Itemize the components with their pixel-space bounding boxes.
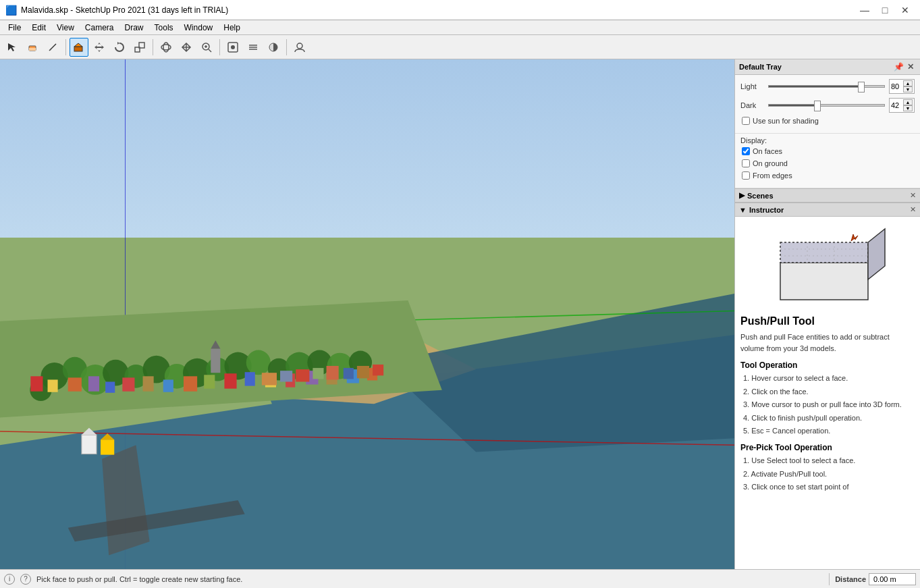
use-sun-label[interactable]: Use sun for shading xyxy=(753,117,819,125)
shadows-tool-button[interactable] xyxy=(264,38,283,57)
svg-rect-72 xyxy=(313,368,323,379)
from-edges-checkbox[interactable] xyxy=(742,171,750,180)
styles-tool-button[interactable] xyxy=(223,38,242,57)
scene-svg xyxy=(0,59,734,569)
select-tool-button[interactable] xyxy=(3,38,22,57)
scenes-header-left: ▶ Scenes xyxy=(739,191,774,200)
svg-rect-53 xyxy=(105,381,115,392)
help-icon[interactable]: ? xyxy=(20,574,31,585)
dark-spin-up[interactable]: ▲ xyxy=(903,99,913,105)
light-slider-fill xyxy=(769,86,861,87)
instructor-section-header[interactable]: ▼ Instructor ✕ xyxy=(735,203,920,217)
instructor-close-icon[interactable]: ✕ xyxy=(910,205,916,214)
close-button[interactable]: ✕ xyxy=(896,3,915,18)
on-faces-label[interactable]: On faces xyxy=(753,147,782,155)
light-spin-down[interactable]: ▼ xyxy=(903,86,913,92)
from-edges-row: From edges xyxy=(740,171,915,180)
on-ground-row: On ground xyxy=(740,159,915,167)
account-button[interactable] xyxy=(290,38,309,57)
svg-rect-57 xyxy=(184,376,197,391)
toolbar xyxy=(0,35,920,59)
pre-pick-step-1: 1. Use Select tool to select a face. xyxy=(743,455,915,467)
menu-draw[interactable]: Draw xyxy=(119,22,149,34)
svg-rect-54 xyxy=(122,377,134,391)
push-pull-tool-button[interactable] xyxy=(70,38,88,57)
main-area: Default Tray 📌 ✕ Light 80 xyxy=(0,59,920,569)
move-tool-button[interactable] xyxy=(90,38,109,57)
svg-point-43 xyxy=(246,350,271,375)
light-spin: ▲ ▼ xyxy=(903,80,913,92)
tool-step-1: 1. Hover cursor to select a face. xyxy=(743,373,915,385)
light-slider-track[interactable] xyxy=(768,85,885,88)
statusbar: i ? Pick face to push or pull. Ctrl = to… xyxy=(0,569,920,588)
on-ground-checkbox[interactable] xyxy=(742,159,750,167)
tool-step-3: 3. Move cursor to push or pull face into… xyxy=(743,399,915,411)
light-slider-thumb[interactable] xyxy=(858,82,865,92)
dark-value: 42 xyxy=(891,101,899,109)
menu-view[interactable]: View xyxy=(51,22,80,34)
zoom-tool-button[interactable] xyxy=(197,38,216,57)
tray-close-button[interactable]: ✕ xyxy=(905,61,916,72)
dark-slider-fill xyxy=(769,105,817,106)
pan-tool-button[interactable] xyxy=(177,38,196,57)
tool-operation-list: 1. Hover cursor to select a face. 2. Cli… xyxy=(740,373,915,437)
push-pull-illustration xyxy=(760,222,895,310)
menu-window[interactable]: Window xyxy=(179,22,219,34)
instructor-title: Instructor xyxy=(749,206,784,214)
titlebar: 🟦 Malavida.skp - SketchUp Pro 2021 (31 d… xyxy=(0,0,920,20)
pencil-tool-button[interactable] xyxy=(43,38,62,57)
use-sun-checkbox[interactable] xyxy=(742,117,750,125)
tray-pin-button[interactable]: 📌 xyxy=(893,61,904,72)
dark-slider-thumb[interactable] xyxy=(814,101,821,111)
display-section: Display: On faces On ground From edges xyxy=(735,134,920,188)
menubar: File Edit View Camera Draw Tools Window … xyxy=(0,20,920,35)
layers-tool-button[interactable] xyxy=(244,38,263,57)
menu-edit[interactable]: Edit xyxy=(26,22,51,34)
display-label: Display: xyxy=(740,136,915,144)
tool-step-5: 5. Esc = Cancel operation. xyxy=(743,425,915,437)
rotate-tool-button[interactable] xyxy=(110,38,129,57)
svg-rect-74 xyxy=(344,368,354,379)
default-tray-header: Default Tray 📌 ✕ xyxy=(735,59,920,75)
scenes-section-header[interactable]: ▶ Scenes ✕ xyxy=(735,188,920,203)
svg-rect-79 xyxy=(101,439,114,454)
on-faces-checkbox[interactable] xyxy=(742,147,750,155)
dark-slider-track[interactable] xyxy=(768,104,885,107)
svg-point-11 xyxy=(163,43,169,52)
on-ground-label[interactable]: On ground xyxy=(753,159,788,167)
svg-rect-56 xyxy=(163,379,173,392)
svg-rect-4 xyxy=(74,47,82,51)
svg-rect-82 xyxy=(780,242,868,263)
scenes-close-icon[interactable]: ✕ xyxy=(910,191,916,200)
tool-step-4: 4. Click to finish push/pull operation. xyxy=(743,412,915,425)
from-edges-label[interactable]: From edges xyxy=(753,171,792,180)
info-icon[interactable]: i xyxy=(4,574,15,585)
svg-point-22 xyxy=(297,43,302,49)
distance-label: Distance xyxy=(835,575,866,583)
dark-spin-down[interactable]: ▼ xyxy=(903,105,913,111)
svg-rect-75 xyxy=(357,366,369,378)
menu-file[interactable]: File xyxy=(3,22,26,34)
dark-slider-container[interactable] xyxy=(768,104,885,107)
dark-label: Dark xyxy=(740,101,764,109)
viewport[interactable] xyxy=(0,59,734,569)
light-spin-up[interactable]: ▲ xyxy=(903,80,913,86)
eraser-tool-button[interactable] xyxy=(23,38,42,57)
dark-row: Dark 42 ▲ ▼ xyxy=(740,98,915,113)
scenes-title: Scenes xyxy=(747,192,774,200)
maximize-button[interactable]: □ xyxy=(875,3,894,18)
distance-input[interactable] xyxy=(869,573,916,585)
light-label: Light xyxy=(740,82,764,90)
orbit-tool-button[interactable] xyxy=(157,38,175,57)
svg-rect-76 xyxy=(373,365,383,375)
menu-help[interactable]: Help xyxy=(218,22,246,34)
tool-step-2: 2. Click on the face. xyxy=(743,386,915,398)
menu-tools[interactable]: Tools xyxy=(149,22,179,34)
svg-rect-58 xyxy=(204,375,215,388)
svg-rect-60 xyxy=(245,372,255,385)
menu-camera[interactable]: Camera xyxy=(80,22,119,34)
light-slider-container[interactable] xyxy=(768,85,885,88)
minimize-button[interactable]: — xyxy=(855,3,874,18)
scale-tool-button[interactable] xyxy=(130,38,149,57)
right-panel: Default Tray 📌 ✕ Light 80 xyxy=(734,59,920,569)
